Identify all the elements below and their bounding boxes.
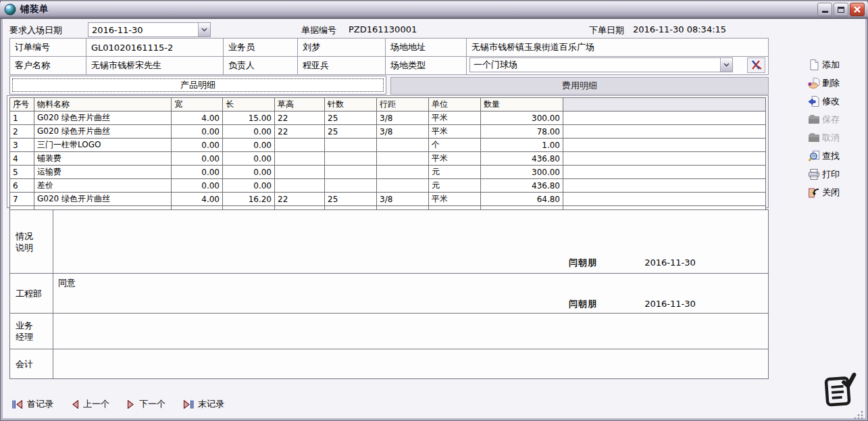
salesman-value[interactable]: 刘梦 (298, 39, 386, 57)
previous-record-button[interactable]: 上一个 (71, 398, 109, 410)
close-icon (853, 5, 861, 14)
product-table: 序号 物料名称 宽 长 草高 针数 行距 单位 数量 1G020 绿色开片曲丝 … (9, 97, 766, 214)
info-row-1: 订单编号 GL01020161115-2 业务员 刘梦 场地地址 无锡市钱桥镇玉… (10, 39, 769, 57)
minimize-button[interactable] (817, 3, 832, 16)
site-address-value[interactable]: 无锡市钱桥镇玉泉街道百乐广场 (467, 39, 769, 57)
svg-text:H: H (813, 153, 816, 158)
app-globe-icon (4, 3, 16, 16)
table-row[interactable]: 2G020 绿色开片曲丝 0.000.00 2225 3/8平米 78.00 (10, 125, 766, 139)
remark-label: 情况说明 (10, 210, 53, 274)
printer-icon (808, 168, 820, 180)
chevron-down-icon[interactable] (720, 58, 732, 72)
col-seq[interactable]: 序号 (10, 98, 34, 112)
order-no-label: 订单编号 (10, 39, 86, 57)
maximize-button[interactable] (834, 3, 848, 16)
last-record-button[interactable]: 末记录 (183, 398, 224, 410)
principal-label: 负责人 (224, 57, 298, 75)
signature-name: 闫朝朋 (569, 298, 642, 310)
signature-date: 2016-11-30 (644, 257, 696, 268)
engineering-label: 工程部 (10, 274, 53, 314)
table-row[interactable]: 7G020 绿色开片曲丝 4.0016.20 2225 3/8平米 64.80 (10, 193, 766, 206)
action-sidebar: 添加 删除 修改 保存 (808, 59, 840, 199)
remark-signature: 闫朝朋 2016-11-30 (569, 257, 696, 269)
col-material[interactable]: 物料名称 (34, 98, 172, 112)
accounting-label: 会计 (10, 349, 53, 379)
request-date-label: 要求入场日期 (9, 24, 62, 36)
next-record-button[interactable]: 下一个 (127, 398, 165, 410)
engineering-content[interactable]: 同意 闫朝朋 2016-11-30 (53, 274, 769, 314)
resize-grip[interactable] (854, 410, 864, 421)
manager-row: 业务经理 (10, 314, 769, 349)
site-type-value: 一个门球场 (470, 59, 720, 71)
close-button[interactable] (850, 3, 865, 16)
save-button: 保存 (808, 114, 840, 126)
product-table-header: 序号 物料名称 宽 长 草高 针数 行距 单位 数量 (10, 98, 766, 112)
save-folder-icon (808, 114, 820, 126)
table-row[interactable]: 5运输费 0.000.00 元 300.00 (10, 166, 766, 179)
cancel-folder-icon (808, 132, 820, 144)
clear-site-type-button[interactable] (747, 57, 765, 73)
engineering-row: 工程部 同意 闫朝朋 2016-11-30 (10, 274, 769, 314)
col-gauge[interactable]: 行距 (377, 98, 429, 112)
doc-no-value: PZD161130001 (349, 24, 417, 34)
site-type-label: 场地类型 (386, 57, 467, 75)
clear-x-icon (750, 60, 763, 70)
remark-row: 情况说明 闫朝朋 2016-11-30 (10, 210, 769, 274)
cancel-button: 取消 (808, 132, 840, 144)
chevron-down-icon[interactable] (198, 23, 210, 36)
last-record-icon (183, 400, 194, 409)
window-title: 铺装单 (20, 3, 49, 16)
close-form-button[interactable]: 关闭 (808, 187, 840, 199)
customer-label: 客户名称 (10, 57, 86, 75)
table-row[interactable]: 3三门一柱带LOGO 0.000.00 个 1.00 (10, 139, 766, 152)
modify-button[interactable]: 修改 (808, 95, 840, 107)
principal-value[interactable]: 程亚兵 (298, 57, 386, 75)
signature-name: 闫朝朋 (569, 257, 642, 269)
table-row[interactable]: 1G020 绿色开片曲丝 4.0015.00 2225 3/8平米 300.00 (10, 112, 766, 125)
product-grid-panel: 序号 物料名称 宽 长 草高 针数 行距 单位 数量 1G020 绿色开片曲丝 … (7, 95, 769, 208)
find-button[interactable]: H 查找 (808, 150, 840, 162)
search-magnifier-icon: H (808, 150, 820, 162)
manager-label: 业务经理 (10, 314, 53, 349)
col-length[interactable]: 长 (223, 98, 275, 112)
title-bar[interactable]: 铺装单 (0, 0, 868, 19)
request-date-combobox[interactable]: 2016-11-30 (88, 22, 211, 37)
delete-hand-icon (808, 77, 820, 89)
accounting-row: 会计 (10, 349, 769, 379)
edit-arrow-page-icon (808, 95, 820, 107)
tab-fee-label: 费用明细 (562, 80, 597, 92)
col-pile-height[interactable]: 草高 (275, 98, 325, 112)
app-window: 铺装单 要求入场日期 2016-11-30 单据编号 PZD161130001 … (0, 0, 868, 421)
table-row[interactable]: 4铺装费 0.000.00 平米 436.80 (10, 152, 766, 166)
engineering-signature: 闫朝朋 2016-11-30 (569, 298, 696, 310)
site-type-combobox[interactable]: 一个门球场 (469, 57, 733, 72)
order-no-value[interactable]: GL01020161115-2 (86, 39, 224, 57)
first-record-icon (12, 400, 23, 409)
site-address-label: 场地地址 (386, 39, 467, 57)
col-filler (563, 98, 766, 112)
col-width[interactable]: 宽 (172, 98, 223, 112)
doc-no-label: 单据编号 (301, 24, 336, 36)
add-page-icon (808, 59, 820, 71)
minimize-icon (822, 11, 828, 13)
remark-content[interactable]: 闫朝朋 2016-11-30 (53, 210, 769, 274)
manager-content[interactable] (53, 314, 769, 349)
next-record-icon (127, 400, 135, 409)
first-record-button[interactable]: 首记录 (12, 398, 53, 410)
tab-product-detail[interactable]: 产品明细 (9, 76, 386, 95)
print-button[interactable]: 打印 (808, 168, 840, 180)
tab-fee-detail[interactable]: 费用明细 (390, 77, 769, 95)
record-navbar: 首记录 上一个 下一个 末记录 (12, 398, 224, 410)
col-stitch[interactable]: 针数 (325, 98, 377, 112)
col-qty[interactable]: 数量 (481, 98, 563, 112)
request-date-value: 2016-11-30 (88, 25, 198, 35)
previous-record-icon (71, 400, 79, 409)
exit-door-icon (808, 187, 820, 199)
signature-date: 2016-11-30 (644, 299, 696, 309)
add-button[interactable]: 添加 (808, 59, 840, 71)
accounting-content[interactable] (53, 349, 769, 379)
customer-value[interactable]: 无锡市钱桥宋先生 (86, 57, 224, 75)
table-row[interactable]: 6差价 0.000.00 元 436.80 (10, 179, 766, 193)
col-unit[interactable]: 单位 (429, 98, 481, 112)
delete-button[interactable]: 删除 (808, 77, 840, 89)
